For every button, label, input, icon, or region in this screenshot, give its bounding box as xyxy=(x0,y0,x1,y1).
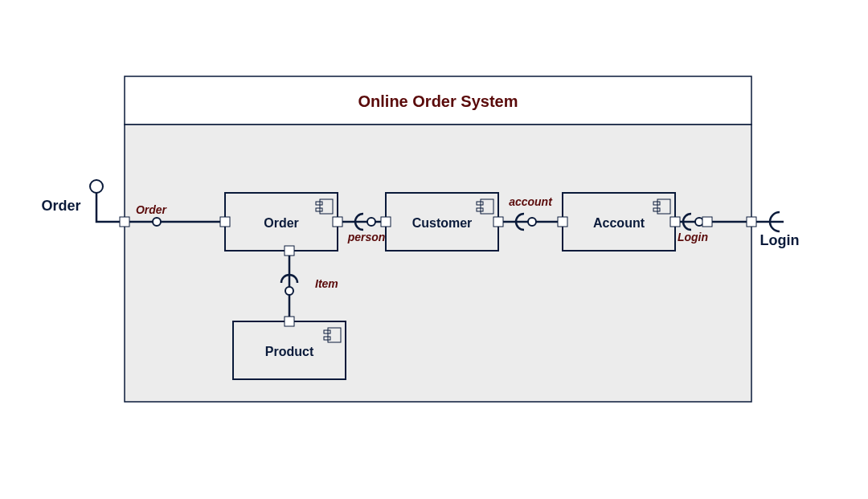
component-product-label: Product xyxy=(265,345,314,358)
ball-icon xyxy=(528,218,536,226)
interface-account-label: account xyxy=(509,195,553,208)
external-login: Login xyxy=(756,212,799,248)
component-order-label: Order xyxy=(264,216,299,230)
external-login-label: Login xyxy=(760,232,800,248)
interface-item-label: Item xyxy=(315,277,338,290)
interface-person-label: person xyxy=(347,231,386,243)
port-account-left xyxy=(558,217,567,227)
external-order: Order xyxy=(41,180,120,222)
port-order-left xyxy=(220,217,230,227)
port-order-bottom xyxy=(285,246,294,256)
component-customer-label: Customer xyxy=(412,216,473,230)
svg-rect-1 xyxy=(125,125,751,402)
ball-icon xyxy=(90,180,103,193)
port-account-right xyxy=(670,217,680,227)
port-product-top xyxy=(285,317,294,326)
port-order-right xyxy=(333,217,342,227)
ball-icon xyxy=(285,287,293,295)
system-frame: Online Order System xyxy=(125,76,751,402)
frame-port-left xyxy=(120,217,129,227)
port-customer-left xyxy=(381,217,391,227)
ball-icon xyxy=(367,218,375,226)
component-account-label: Account xyxy=(593,216,645,230)
interface-login-label: Login xyxy=(678,231,708,243)
external-order-label: Order xyxy=(41,198,80,214)
system-title: Online Order System xyxy=(358,92,518,110)
ball-icon xyxy=(153,218,161,226)
port-login-inner xyxy=(702,217,712,227)
port-customer-right xyxy=(493,217,503,227)
interface-order-label: Order xyxy=(136,203,168,216)
frame-port-right xyxy=(747,217,756,227)
